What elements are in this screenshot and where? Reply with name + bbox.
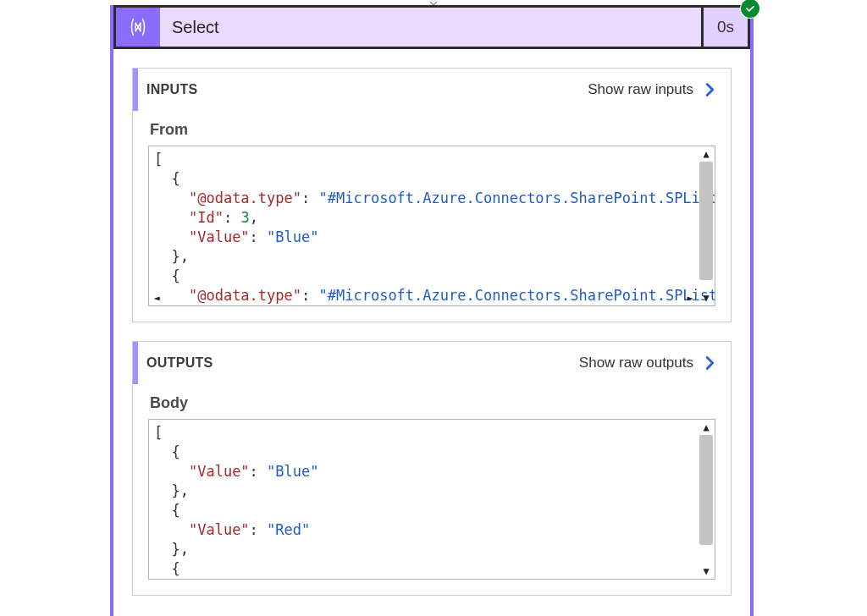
chevron-right-icon[interactable] (700, 354, 719, 372)
inputs-field-label: From (150, 121, 731, 139)
chevron-right-icon[interactable] (700, 80, 719, 99)
action-title: Select (160, 8, 701, 47)
action-card: Select 0s INPUTS Show raw inputs From [ … (110, 5, 754, 616)
inputs-header: INPUTS Show raw inputs (133, 69, 731, 111)
inputs-code: [ { "@odata.type": "#Microsoft.Azure.Con… (149, 146, 715, 306)
inputs-code-box[interactable]: [ { "@odata.type": "#Microsoft.Azure.Con… (148, 146, 715, 306)
scroll-thumb[interactable] (699, 435, 713, 545)
outputs-heading: OUTPUTS (138, 355, 213, 371)
scroll-thumb[interactable] (699, 162, 713, 280)
outputs-field-label: Body (150, 394, 731, 412)
data-operations-icon (116, 8, 160, 47)
show-raw-outputs-link[interactable]: Show raw outputs (579, 355, 693, 371)
outputs-vertical-scrollbar[interactable]: ▲ ▼ (698, 420, 715, 579)
outputs-code-box[interactable]: [ { "Value": "Blue" }, { "Value": "Red" … (148, 419, 715, 580)
outputs-section: OUTPUTS Show raw outputs Body [ { "Value… (132, 341, 732, 596)
inputs-vertical-scrollbar[interactable]: ▲ ▼ (698, 146, 715, 305)
action-duration: 0s (701, 8, 748, 47)
scroll-up-icon[interactable]: ▲ (698, 146, 715, 162)
scroll-up-icon[interactable]: ▲ (698, 420, 715, 435)
scroll-right-icon[interactable]: ► (682, 290, 698, 305)
show-raw-inputs-link[interactable]: Show raw inputs (588, 81, 693, 98)
inputs-section: INPUTS Show raw inputs From [ { "@odata.… (132, 68, 732, 322)
action-header[interactable]: Select 0s (113, 5, 750, 49)
status-success-icon (741, 0, 759, 18)
scroll-down-icon[interactable]: ▼ (698, 290, 715, 305)
inputs-heading: INPUTS (138, 82, 197, 97)
inputs-horizontal-scrollbar[interactable]: ◄ ► (149, 290, 698, 305)
outputs-header: OUTPUTS Show raw outputs (133, 342, 731, 384)
scroll-down-icon[interactable]: ▼ (698, 564, 715, 579)
outputs-code: [ { "Value": "Blue" }, { "Value": "Red" … (149, 420, 715, 580)
scroll-left-icon[interactable]: ◄ (149, 290, 164, 305)
